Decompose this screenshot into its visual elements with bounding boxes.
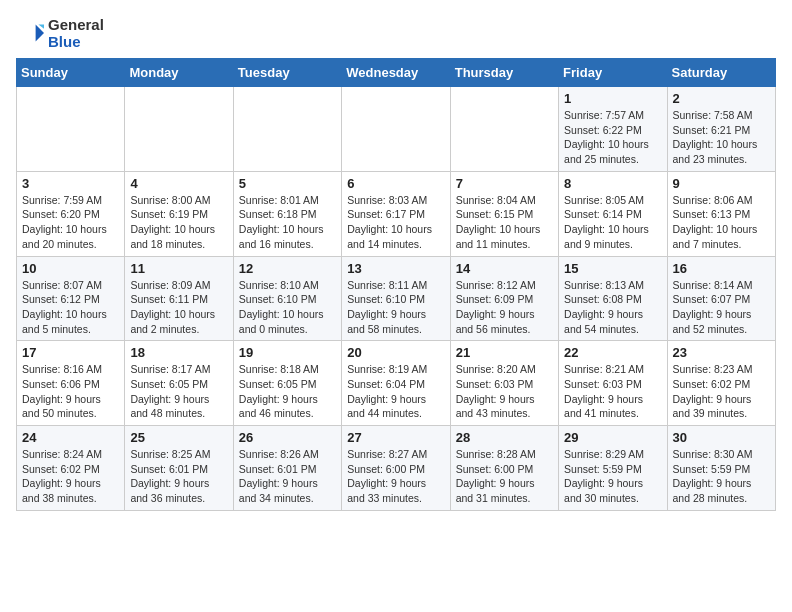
calendar-week-row: 3Sunrise: 7:59 AM Sunset: 6:20 PM Daylig… [17,171,776,256]
calendar-cell: 3Sunrise: 7:59 AM Sunset: 6:20 PM Daylig… [17,171,125,256]
calendar-cell [125,87,233,172]
day-info: Sunrise: 8:18 AM Sunset: 6:05 PM Dayligh… [239,362,336,421]
calendar-cell: 16Sunrise: 8:14 AM Sunset: 6:07 PM Dayli… [667,256,775,341]
day-info: Sunrise: 7:57 AM Sunset: 6:22 PM Dayligh… [564,108,661,167]
calendar-week-row: 10Sunrise: 8:07 AM Sunset: 6:12 PM Dayli… [17,256,776,341]
calendar-cell [342,87,450,172]
calendar-cell: 7Sunrise: 8:04 AM Sunset: 6:15 PM Daylig… [450,171,558,256]
day-info: Sunrise: 8:27 AM Sunset: 6:00 PM Dayligh… [347,447,444,506]
day-number: 15 [564,261,661,276]
day-number: 13 [347,261,444,276]
day-info: Sunrise: 8:11 AM Sunset: 6:10 PM Dayligh… [347,278,444,337]
day-info: Sunrise: 7:58 AM Sunset: 6:21 PM Dayligh… [673,108,770,167]
logo-icon [16,19,44,47]
day-info: Sunrise: 8:19 AM Sunset: 6:04 PM Dayligh… [347,362,444,421]
calendar-cell: 21Sunrise: 8:20 AM Sunset: 6:03 PM Dayli… [450,341,558,426]
day-number: 7 [456,176,553,191]
day-number: 20 [347,345,444,360]
calendar-cell: 2Sunrise: 7:58 AM Sunset: 6:21 PM Daylig… [667,87,775,172]
day-number: 17 [22,345,119,360]
calendar-cell: 24Sunrise: 8:24 AM Sunset: 6:02 PM Dayli… [17,426,125,511]
calendar-cell: 23Sunrise: 8:23 AM Sunset: 6:02 PM Dayli… [667,341,775,426]
calendar-cell: 29Sunrise: 8:29 AM Sunset: 5:59 PM Dayli… [559,426,667,511]
day-number: 8 [564,176,661,191]
day-number: 21 [456,345,553,360]
day-number: 19 [239,345,336,360]
day-info: Sunrise: 8:20 AM Sunset: 6:03 PM Dayligh… [456,362,553,421]
day-number: 10 [22,261,119,276]
calendar-cell: 18Sunrise: 8:17 AM Sunset: 6:05 PM Dayli… [125,341,233,426]
day-info: Sunrise: 8:30 AM Sunset: 5:59 PM Dayligh… [673,447,770,506]
day-number: 12 [239,261,336,276]
day-info: Sunrise: 8:07 AM Sunset: 6:12 PM Dayligh… [22,278,119,337]
calendar-cell [233,87,341,172]
day-info: Sunrise: 8:09 AM Sunset: 6:11 PM Dayligh… [130,278,227,337]
day-number: 9 [673,176,770,191]
calendar-cell: 12Sunrise: 8:10 AM Sunset: 6:10 PM Dayli… [233,256,341,341]
page-header: General Blue [16,16,776,50]
day-info: Sunrise: 8:12 AM Sunset: 6:09 PM Dayligh… [456,278,553,337]
day-info: Sunrise: 8:04 AM Sunset: 6:15 PM Dayligh… [456,193,553,252]
calendar-cell: 6Sunrise: 8:03 AM Sunset: 6:17 PM Daylig… [342,171,450,256]
weekday-header: Tuesday [233,59,341,87]
calendar-table: SundayMondayTuesdayWednesdayThursdayFrid… [16,58,776,511]
day-info: Sunrise: 8:14 AM Sunset: 6:07 PM Dayligh… [673,278,770,337]
calendar-cell: 19Sunrise: 8:18 AM Sunset: 6:05 PM Dayli… [233,341,341,426]
calendar-cell: 8Sunrise: 8:05 AM Sunset: 6:14 PM Daylig… [559,171,667,256]
day-info: Sunrise: 8:24 AM Sunset: 6:02 PM Dayligh… [22,447,119,506]
calendar-cell: 27Sunrise: 8:27 AM Sunset: 6:00 PM Dayli… [342,426,450,511]
day-info: Sunrise: 8:06 AM Sunset: 6:13 PM Dayligh… [673,193,770,252]
weekday-header: Monday [125,59,233,87]
day-number: 4 [130,176,227,191]
calendar-cell: 14Sunrise: 8:12 AM Sunset: 6:09 PM Dayli… [450,256,558,341]
calendar-header-row: SundayMondayTuesdayWednesdayThursdayFrid… [17,59,776,87]
day-info: Sunrise: 8:21 AM Sunset: 6:03 PM Dayligh… [564,362,661,421]
calendar-cell: 11Sunrise: 8:09 AM Sunset: 6:11 PM Dayli… [125,256,233,341]
day-number: 5 [239,176,336,191]
day-info: Sunrise: 8:00 AM Sunset: 6:19 PM Dayligh… [130,193,227,252]
day-info: Sunrise: 8:03 AM Sunset: 6:17 PM Dayligh… [347,193,444,252]
calendar-cell: 20Sunrise: 8:19 AM Sunset: 6:04 PM Dayli… [342,341,450,426]
logo-text: General Blue [48,16,104,50]
calendar-cell: 15Sunrise: 8:13 AM Sunset: 6:08 PM Dayli… [559,256,667,341]
calendar-cell: 5Sunrise: 8:01 AM Sunset: 6:18 PM Daylig… [233,171,341,256]
day-info: Sunrise: 8:29 AM Sunset: 5:59 PM Dayligh… [564,447,661,506]
day-number: 26 [239,430,336,445]
day-info: Sunrise: 8:25 AM Sunset: 6:01 PM Dayligh… [130,447,227,506]
day-number: 16 [673,261,770,276]
day-number: 23 [673,345,770,360]
day-info: Sunrise: 8:01 AM Sunset: 6:18 PM Dayligh… [239,193,336,252]
calendar-cell: 1Sunrise: 7:57 AM Sunset: 6:22 PM Daylig… [559,87,667,172]
day-number: 6 [347,176,444,191]
calendar-cell: 22Sunrise: 8:21 AM Sunset: 6:03 PM Dayli… [559,341,667,426]
calendar-cell: 13Sunrise: 8:11 AM Sunset: 6:10 PM Dayli… [342,256,450,341]
day-number: 27 [347,430,444,445]
weekday-header: Friday [559,59,667,87]
calendar-week-row: 17Sunrise: 8:16 AM Sunset: 6:06 PM Dayli… [17,341,776,426]
day-info: Sunrise: 7:59 AM Sunset: 6:20 PM Dayligh… [22,193,119,252]
day-number: 1 [564,91,661,106]
calendar-cell: 28Sunrise: 8:28 AM Sunset: 6:00 PM Dayli… [450,426,558,511]
calendar-cell [17,87,125,172]
day-number: 3 [22,176,119,191]
day-info: Sunrise: 8:28 AM Sunset: 6:00 PM Dayligh… [456,447,553,506]
day-number: 30 [673,430,770,445]
day-number: 11 [130,261,227,276]
calendar-cell: 10Sunrise: 8:07 AM Sunset: 6:12 PM Dayli… [17,256,125,341]
day-info: Sunrise: 8:16 AM Sunset: 6:06 PM Dayligh… [22,362,119,421]
day-info: Sunrise: 8:26 AM Sunset: 6:01 PM Dayligh… [239,447,336,506]
calendar-cell: 4Sunrise: 8:00 AM Sunset: 6:19 PM Daylig… [125,171,233,256]
day-info: Sunrise: 8:23 AM Sunset: 6:02 PM Dayligh… [673,362,770,421]
day-number: 29 [564,430,661,445]
weekday-header: Wednesday [342,59,450,87]
calendar-cell: 30Sunrise: 8:30 AM Sunset: 5:59 PM Dayli… [667,426,775,511]
day-info: Sunrise: 8:05 AM Sunset: 6:14 PM Dayligh… [564,193,661,252]
weekday-header: Saturday [667,59,775,87]
day-info: Sunrise: 8:13 AM Sunset: 6:08 PM Dayligh… [564,278,661,337]
day-number: 22 [564,345,661,360]
calendar-cell: 17Sunrise: 8:16 AM Sunset: 6:06 PM Dayli… [17,341,125,426]
day-number: 24 [22,430,119,445]
day-info: Sunrise: 8:17 AM Sunset: 6:05 PM Dayligh… [130,362,227,421]
day-number: 25 [130,430,227,445]
calendar-week-row: 24Sunrise: 8:24 AM Sunset: 6:02 PM Dayli… [17,426,776,511]
